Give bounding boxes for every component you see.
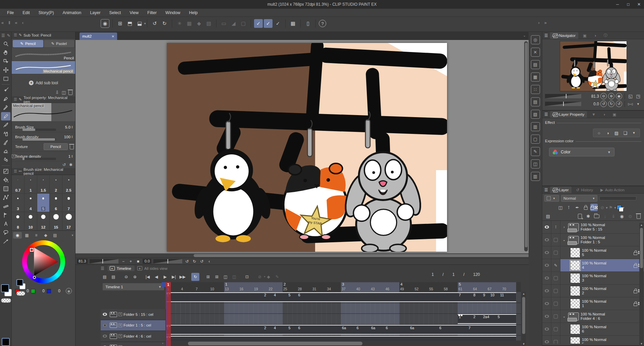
cel-number[interactable]: 8 bbox=[474, 293, 476, 297]
collapse-arrow-icon[interactable]: ‖ bbox=[8, 20, 10, 25]
opacity-slider[interactable] bbox=[599, 196, 636, 200]
layer-thumbnail[interactable] bbox=[570, 299, 580, 309]
cel-number[interactable]: 7 bbox=[459, 293, 461, 297]
delete-texture-icon[interactable] bbox=[70, 145, 74, 149]
material-grid-palette-icon[interactable]: ▦ bbox=[531, 72, 540, 82]
cel-number[interactable]: 6a bbox=[371, 326, 375, 330]
stats-palette-icon[interactable]: ▥ bbox=[531, 172, 540, 181]
gradient-tool[interactable] bbox=[1, 185, 10, 193]
menu-item-file[interactable]: File bbox=[3, 9, 18, 17]
layer-checkbox[interactable] bbox=[554, 302, 558, 306]
effect-tone-icon[interactable]: ◑ bbox=[604, 130, 611, 136]
correction-line-tool[interactable] bbox=[1, 237, 10, 245]
tool-property-panel-header[interactable]: ☰ ✎ Tool property: Mechanical pen bbox=[12, 96, 75, 103]
next-frame-icon[interactable]: ▶| bbox=[170, 273, 178, 281]
cel-number[interactable]: 5 bbox=[289, 326, 291, 330]
cel-number[interactable]: 6 bbox=[357, 326, 359, 330]
menu-item-filter[interactable]: Filter bbox=[143, 9, 161, 17]
navigator-thumbnail[interactable] bbox=[560, 41, 627, 91]
fit-to-screen-icon[interactable]: ■ bbox=[135, 259, 141, 264]
brush-size-1[interactable]: 1 bbox=[24, 175, 37, 194]
intermediate-color-tab-icon[interactable]: ▤ bbox=[51, 232, 59, 239]
cel-number[interactable]: 6a bbox=[342, 326, 346, 330]
brush-size-8[interactable]: 8 bbox=[12, 212, 24, 231]
current-color-indicator[interactable] bbox=[2, 338, 10, 346]
cel-number[interactable]: 1 bbox=[459, 315, 461, 319]
zoom-in-icon[interactable]: + bbox=[128, 259, 133, 264]
scroll-right-icon[interactable]: › bbox=[522, 341, 526, 346]
reset-tool-icon[interactable]: ↺ bbox=[62, 162, 66, 167]
sub-tool-item-pencil[interactable]: Pencil bbox=[12, 48, 75, 61]
brush-size-5[interactable]: 5 bbox=[37, 194, 50, 212]
layer-checkbox[interactable] bbox=[554, 251, 558, 255]
cel-number[interactable]: 6 bbox=[298, 293, 300, 297]
stepper-icon[interactable]: ▲▼ bbox=[71, 126, 73, 129]
zoom-out-timeline-icon[interactable]: ⊖ bbox=[122, 273, 130, 281]
new-timeline-icon[interactable]: ▤ bbox=[109, 273, 117, 281]
material-diagonal-palette-icon[interactable]: ▧ bbox=[531, 110, 540, 119]
brush-size-12[interactable]: 12 bbox=[37, 212, 50, 231]
cel-number[interactable]: 6 bbox=[439, 326, 441, 330]
tab-layer[interactable]: Layer bbox=[550, 187, 572, 193]
tab-frames[interactable]: ▣ bbox=[610, 111, 619, 118]
layer-checkbox[interactable] bbox=[554, 276, 558, 280]
cel-number[interactable]: 10 bbox=[490, 293, 494, 297]
cel-number[interactable]: 4 bbox=[274, 326, 276, 330]
delete-layer-icon[interactable] bbox=[635, 212, 642, 220]
hand-tool[interactable] bbox=[1, 48, 10, 57]
zoom-slider[interactable] bbox=[90, 259, 118, 263]
tool-settings-icon[interactable]: ✱ bbox=[69, 162, 72, 167]
pen-tool[interactable] bbox=[1, 95, 10, 103]
brush-size-15[interactable]: 15 bbox=[50, 212, 62, 231]
import-sub-tool-icon[interactable]: ⇩ bbox=[55, 90, 59, 95]
sub-tool-panel-header[interactable]: ☰ ✎ Sub Tool: Pencil bbox=[12, 32, 75, 39]
visibility-eye-icon[interactable] bbox=[103, 335, 107, 338]
loop-play-icon[interactable]: ↻ bbox=[191, 273, 199, 281]
blend-tool[interactable] bbox=[1, 156, 10, 164]
effect-halftone-icon[interactable]: ▨ bbox=[613, 130, 620, 136]
visibility-eye-icon[interactable] bbox=[545, 302, 549, 305]
cel-number[interactable]: 6 bbox=[386, 326, 388, 330]
menu-item-storyp[interactable]: Story(P) bbox=[34, 9, 58, 17]
tab-auto-action[interactable]: ▶Auto Action bbox=[598, 187, 627, 193]
reset-rotation-icon[interactable]: ↺ bbox=[199, 259, 204, 264]
brush-size-17[interactable]: 17 bbox=[62, 212, 75, 231]
cel-number[interactable]: 2 bbox=[264, 326, 266, 330]
brush-tool[interactable] bbox=[1, 121, 10, 129]
tab-tone[interactable]: ◑ bbox=[600, 111, 608, 118]
pencil-tool[interactable] bbox=[1, 112, 10, 120]
material-dots-palette-icon[interactable]: ∷ bbox=[531, 85, 540, 94]
tab-sub-view[interactable]: ▣ bbox=[580, 32, 589, 39]
cel-number[interactable]: 6 bbox=[298, 326, 300, 330]
property-slider[interactable] bbox=[22, 129, 56, 131]
cel-number[interactable]: 2a4 bbox=[483, 315, 489, 319]
expression-color-dropdown[interactable]: Color ▼ bbox=[549, 148, 614, 156]
snap-to-grid-icon[interactable]: ✓ bbox=[274, 19, 282, 28]
deselect-icon[interactable]: ✳ bbox=[175, 19, 184, 28]
help-icon[interactable]: ? bbox=[319, 20, 326, 27]
texture-select-button[interactable]: Pencil bbox=[44, 143, 68, 150]
scroll-left-icon[interactable]: ‹ bbox=[160, 341, 165, 346]
edit-track-icon[interactable]: ✎ bbox=[273, 273, 281, 281]
cel-number[interactable]: 2 bbox=[264, 293, 266, 297]
canvas-page[interactable] bbox=[167, 43, 447, 252]
material-folder-palette-icon[interactable]: ▤ bbox=[531, 97, 540, 106]
cel-number[interactable]: 5 bbox=[498, 315, 500, 319]
fit-to-window-icon[interactable]: ◱ bbox=[627, 93, 634, 99]
prev-frame-icon[interactable]: ◀ bbox=[152, 273, 160, 281]
duplicate-palette-icon[interactable]: ◫ bbox=[531, 159, 540, 168]
panel-menu-icon[interactable]: ☰ bbox=[101, 266, 104, 271]
collapse-arrow-icon[interactable]: » bbox=[544, 20, 547, 25]
figure-tool[interactable] bbox=[1, 193, 10, 202]
layer-checkbox[interactable] bbox=[554, 289, 558, 293]
layer-thumbnail[interactable] bbox=[570, 248, 580, 258]
color-wheel-tab-icon[interactable]: ◉ bbox=[13, 232, 22, 239]
cel-number[interactable]: 5 bbox=[289, 293, 291, 297]
timeline-settings-icon[interactable]: ▤ bbox=[101, 273, 109, 281]
approx-color-tab-icon[interactable]: ◆ bbox=[41, 232, 50, 239]
timeline-track-folder-5-15-cel[interactable]: +Folder 5 : 15 : cel bbox=[101, 309, 165, 320]
minimize-button[interactable]: ─ bbox=[614, 2, 621, 7]
visibility-eye-icon[interactable] bbox=[103, 324, 107, 327]
balloon-tool[interactable] bbox=[1, 228, 10, 237]
draft-layer-icon[interactable]: ✒ bbox=[574, 204, 581, 211]
